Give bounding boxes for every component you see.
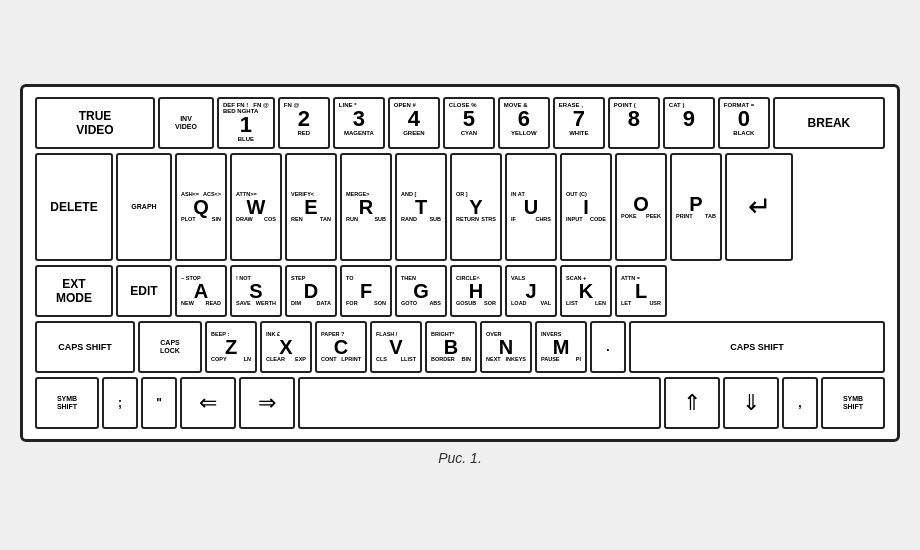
ext-mode-key[interactable]: EXTMODE [35,265,113,317]
symb-shift-left-label: SYMBSHIFT [57,395,77,410]
graph-key[interactable]: GRAPH [116,153,172,261]
arrow-left-key[interactable]: ⇐ [180,377,236,429]
delete-key[interactable]: DELETE [35,153,113,261]
key-N[interactable]: OVER N NEXT INKEYS [480,321,532,373]
h-letter: H [469,281,483,301]
h-bl: GOSUB [456,301,476,307]
arrow-right-key[interactable]: ⇒ [239,377,295,429]
key-0[interactable]: FORMAT = 0 BLACK [718,97,770,149]
v-bl: CLS [376,357,387,363]
key-9[interactable]: CAT ) 9 [663,97,715,149]
e-bl: REN [291,217,303,223]
key-8-num: 8 [612,108,656,130]
x-letter: X [279,337,292,357]
key-V[interactable]: FLASH / V CLS LLIST [370,321,422,373]
enter-key[interactable]: ↵ [725,153,793,261]
key-W[interactable]: ATTN>= W DRAW COS [230,153,282,261]
key-K[interactable]: SCAN + K LIST LEN [560,265,612,317]
key-3[interactable]: LINE * 3 MAGENTA [333,97,385,149]
n-letter: N [499,337,513,357]
arrow-down-key[interactable]: ⇓ [723,377,779,429]
u-bl: IF [511,217,516,223]
semicolon-label: ; [118,396,122,410]
edit-key[interactable]: EDIT [116,265,172,317]
comma-key[interactable]: , [782,377,818,429]
p-letter: P [689,194,702,214]
key-P[interactable]: P PRINT TAB [670,153,722,261]
key-4-num: 4 [392,108,436,130]
key-Q[interactable]: ASH<= ACS<> Q PLOT SIN [175,153,227,261]
key-M[interactable]: INVERS M PAUSE PI [535,321,587,373]
l-letter: L [635,281,647,301]
key-C[interactable]: PAPER ? C CONT LPRINT [315,321,367,373]
y-br: STRS [481,217,496,223]
key-H[interactable]: CIRCLE^ H GOSUB SOR [450,265,502,317]
j-tl: VALS [511,276,525,282]
z-bl: COPY [211,357,227,363]
caps-lock-key[interactable]: CAPSLOCK [138,321,202,373]
key-5[interactable]: CLOSE % 5 CYAN [443,97,495,149]
key-S[interactable]: ! NOT S SAVE WERTH [230,265,282,317]
key-6-bot: YELLOW [502,130,546,137]
semicolon-key[interactable]: ; [102,377,138,429]
key-1[interactable]: DEF FN ! FN @BED NGHTA 1 BLUE [217,97,275,149]
dot-label: . [606,340,609,354]
k-letter: K [579,281,593,301]
caps-shift-left-key[interactable]: CAPS SHIFT [35,321,135,373]
key-A[interactable]: ~ STOP A NEW READ [175,265,227,317]
key-7-bot: WHITE [557,130,601,137]
b-bl: BORDER [431,357,455,363]
key-R[interactable]: MERGE> R RUN SUB [340,153,392,261]
quote-label: " [156,396,162,410]
enter-arrow-icon: ↵ [748,193,771,221]
key-1-bot: BLUE [221,136,271,143]
quote-key[interactable]: " [141,377,177,429]
key-7[interactable]: ERASE , 7 WHITE [553,97,605,149]
key-D[interactable]: STEP D DIM DATA [285,265,337,317]
inv-video-key[interactable]: INVVIDEO [158,97,214,149]
key-Y[interactable]: OR ] Y RETURN STRS [450,153,502,261]
symb-shift-right-key[interactable]: SYMBSHIFT [821,377,885,429]
true-video-key[interactable]: TRUEVIDEO [35,97,155,149]
space-key[interactable] [298,377,661,429]
q-letter: Q [193,197,209,217]
key-6[interactable]: MOVE & 6 YELLOW [498,97,550,149]
x-bl: CLEAR [266,357,285,363]
key-L[interactable]: ATTN = L LET USR [615,265,667,317]
key-O[interactable]: O POKE PEEK [615,153,667,261]
arrow-up-key[interactable]: ⇑ [664,377,720,429]
d-bl: DIM [291,301,301,307]
symb-shift-left-key[interactable]: SYMBSHIFT [35,377,99,429]
caps-shift-right-key[interactable]: CAPS SHIFT [629,321,885,373]
s-br: WERTH [256,301,276,307]
dot-key[interactable]: . [590,321,626,373]
c-br: LPRINT [341,357,361,363]
k-bl: LIST [566,301,578,307]
key-J[interactable]: VALS J LOAD VAL [505,265,557,317]
g-br: ABS [429,301,441,307]
d-br: DATA [317,301,331,307]
key-8-bot [612,130,656,131]
symb-shift-right-label: SYMBSHIFT [843,395,863,410]
key-T[interactable]: AND [ T RAND SUB [395,153,447,261]
inv-video-label: INVVIDEO [175,115,197,130]
break-label: BREAK [808,116,851,130]
key-Z[interactable]: BEEP : Z COPY LN [205,321,257,373]
break-key[interactable]: BREAK [773,97,885,149]
key-F[interactable]: TO F FOR SON [340,265,392,317]
key-I[interactable]: OUT (C) I INPUT CODE [560,153,612,261]
key-4[interactable]: OPEN # 4 GREEN [388,97,440,149]
d-letter: D [304,281,318,301]
key-2[interactable]: FN @ 2 RED [278,97,330,149]
key-E[interactable]: VERIFY< E REN TAN [285,153,337,261]
key-2-bot: RED [282,130,326,137]
key-X[interactable]: INK £ X CLEAR EXP [260,321,312,373]
key-8[interactable]: POINT ( 8 [608,97,660,149]
w-letter: W [247,197,266,217]
key-5-bot: CYAN [447,130,491,137]
key-G[interactable]: THEN G GOTO ABS [395,265,447,317]
key-B[interactable]: BRIGHT* B BORDER BIN [425,321,477,373]
a-br: READ [205,301,221,307]
key-U[interactable]: IN AT U IF CHRS [505,153,557,261]
f-br: SON [374,301,386,307]
